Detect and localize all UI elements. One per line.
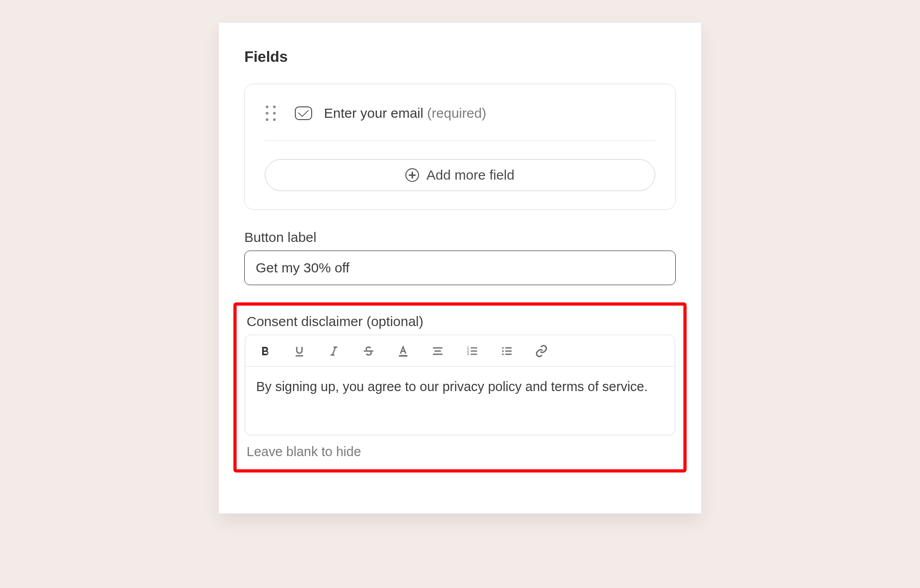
text-color-icon[interactable]: [394, 342, 412, 360]
link-icon[interactable]: [533, 342, 550, 360]
align-icon[interactable]: [429, 342, 446, 360]
field-row-email[interactable]: Enter your email (required): [265, 104, 655, 141]
svg-point-21: [502, 353, 504, 355]
add-more-field-button[interactable]: Add more field: [265, 159, 655, 191]
consent-label: Consent disclaimer (optional): [245, 314, 675, 329]
drag-handle-icon[interactable]: [265, 104, 277, 122]
fields-section-title: Fields: [244, 48, 676, 65]
consent-hint: Leave blank to hide: [245, 444, 675, 459]
consent-highlight: Consent disclaimer (optional): [233, 302, 687, 472]
svg-point-20: [502, 350, 504, 352]
ordered-list-icon[interactable]: 123: [464, 342, 481, 360]
bold-icon[interactable]: [256, 342, 273, 360]
field-label-text: Enter your email: [324, 106, 423, 121]
strikethrough-icon[interactable]: [360, 342, 377, 360]
plus-circle-icon: [405, 168, 419, 182]
field-required-text: (required): [427, 106, 486, 121]
field-label: Enter your email (required): [324, 106, 486, 121]
rte-toolbar: 123: [245, 335, 675, 367]
fields-container: Enter your email (required) Add more fie…: [244, 84, 676, 210]
unordered-list-icon[interactable]: [498, 342, 516, 360]
button-label-input[interactable]: [244, 251, 676, 285]
svg-line-3: [333, 347, 336, 355]
svg-point-19: [502, 347, 504, 349]
italic-icon[interactable]: [325, 342, 343, 360]
mail-icon: [295, 106, 312, 120]
settings-panel: Fields Enter your email (required) Add m…: [219, 23, 701, 513]
consent-textarea[interactable]: By signing up, you agree to our privacy …: [245, 367, 675, 435]
svg-text:3: 3: [467, 352, 469, 356]
underline-icon[interactable]: [291, 342, 308, 360]
add-more-field-label: Add more field: [426, 167, 514, 183]
consent-rich-text-editor: 123 By signing up, you agree to our priv…: [245, 335, 675, 435]
button-label-label: Button label: [244, 230, 676, 245]
